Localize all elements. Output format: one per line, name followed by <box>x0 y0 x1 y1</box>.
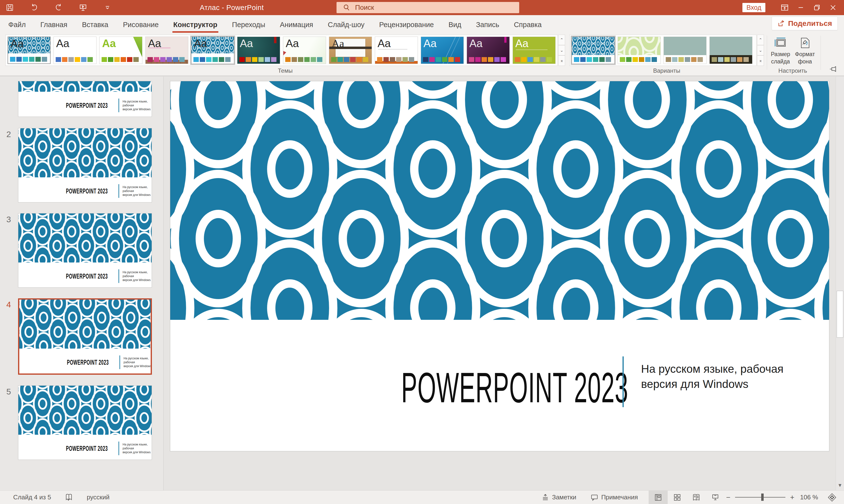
minimize-icon[interactable] <box>793 0 809 15</box>
slide-thumbnail-4[interactable]: POWERPOINT 2023На русском языке, рабочая… <box>18 298 152 375</box>
color-chip <box>593 57 598 62</box>
tab-Главная[interactable]: Главная <box>39 21 68 33</box>
slideshow-icon[interactable] <box>706 490 725 504</box>
scrollbar-thumb[interactable] <box>837 291 843 338</box>
thin-underline <box>516 50 548 50</box>
slide-subtitle-text[interactable]: На русском языке, рабочая версия для Win… <box>641 361 783 392</box>
slide-thumbnail-1[interactable]: POWERPOINT 2023На русском языке, рабочая… <box>18 81 152 117</box>
undo-icon[interactable] <box>30 3 39 12</box>
color-chip <box>173 57 178 62</box>
collapse-ribbon-pin-icon[interactable] <box>829 66 837 74</box>
theme-card-banded[interactable]: Aa <box>375 37 418 64</box>
tab-Запись[interactable]: Запись <box>475 21 500 33</box>
theme-card-lime[interactable]: Aa <box>513 37 555 64</box>
normal-view-icon[interactable] <box>649 490 668 504</box>
color-chip <box>743 57 749 62</box>
slide-size-button[interactable]: Размер слайда <box>769 36 792 68</box>
slide-thumbnail-2[interactable]: POWERPOINT 2023На русском языке, рабочая… <box>18 128 152 202</box>
themes-scroll-up-icon[interactable]: ⌃ <box>558 35 565 45</box>
slide-sorter-icon[interactable] <box>668 490 687 504</box>
theme-card-wisp[interactable]: Aa <box>283 37 326 64</box>
variants-more-icon[interactable]: ⌅ <box>757 55 764 66</box>
slide-thumbnail-5[interactable]: POWERPOINT 2023На русском языке, рабочая… <box>18 385 152 460</box>
atlas-pattern-band <box>19 300 152 348</box>
vertical-scrollbar[interactable]: ▼ <box>836 77 844 490</box>
color-chip <box>160 57 166 62</box>
search-icon <box>343 4 350 11</box>
thumbnail-title-row: POWERPOINT 2023На русском языке, рабочая… <box>18 182 152 200</box>
zoom-in-icon[interactable]: + <box>789 493 796 502</box>
start-slideshow-icon[interactable] <box>79 3 87 12</box>
theme-card-atlas[interactable]: Aa <box>191 37 234 64</box>
fit-slide-to-window-icon[interactable] <box>823 490 842 504</box>
redo-icon[interactable] <box>54 3 63 12</box>
thumbnail-title-row: POWERPOINT 2023На русском языке, рабочая… <box>18 97 152 114</box>
color-chip <box>338 57 343 62</box>
slide-thumbnail-panel: POWERPOINT 2023На русском языке, рабочая… <box>0 77 163 490</box>
slide-thumbnail-3[interactable]: POWERPOINT 2023На русском языке, рабочая… <box>18 213 152 288</box>
color-chip <box>29 57 34 62</box>
theme-color-chips <box>712 57 749 62</box>
color-chip <box>357 57 362 62</box>
tab-Переходы[interactable]: Переходы <box>231 21 266 33</box>
share-button[interactable]: Поделиться <box>772 17 838 30</box>
ribbon-tabs: ФайлГлавнаяВставкаРисованиеКонструкторПе… <box>7 21 542 33</box>
color-chip <box>547 57 552 62</box>
restore-icon[interactable] <box>809 0 825 15</box>
scroll-down-icon[interactable]: ▼ <box>836 480 844 490</box>
theme-card-facet[interactable]: Aa <box>99 37 142 64</box>
color-chip <box>35 57 41 62</box>
theme-card-office[interactable]: Aa <box>53 37 97 64</box>
color-chip <box>587 57 592 62</box>
format-background-button[interactable]: Формат фона <box>793 36 817 68</box>
tab-Вид[interactable]: Вид <box>448 21 462 33</box>
save-icon[interactable] <box>5 3 14 12</box>
notes-toggle[interactable]: Заметки <box>542 493 576 501</box>
variants-scroll-down-icon[interactable]: ⌄ <box>757 45 764 56</box>
variant-card-v-sage[interactable] <box>664 37 707 64</box>
color-chip <box>114 57 120 62</box>
tab-Анимация[interactable]: Анимация <box>279 21 314 33</box>
thumbnail-title-separator <box>118 98 119 112</box>
tab-Справка[interactable]: Справка <box>513 21 542 33</box>
theme-card-atlas[interactable]: Aa <box>7 37 51 64</box>
variant-card-v-sage-dark[interactable] <box>709 37 753 64</box>
tab-Рецензирование[interactable]: Рецензирование <box>378 21 435 33</box>
zoom-out-icon[interactable]: − <box>725 493 732 502</box>
customize-qat-chevron-icon[interactable] <box>103 3 112 12</box>
search-input[interactable]: Поиск <box>337 2 519 13</box>
comments-toggle[interactable]: Примечания <box>590 493 638 501</box>
variant-card-v-atlas[interactable] <box>572 37 615 64</box>
tab-Вставка[interactable]: Вставка <box>81 21 109 33</box>
themes-scroll-down-icon[interactable]: ⌄ <box>558 45 565 56</box>
tab-Файл[interactable]: Файл <box>7 21 27 33</box>
ribbon-display-options-icon[interactable] <box>777 0 793 15</box>
themes-more-icon[interactable]: ⌅ <box>558 55 565 66</box>
zoom-slider-handle[interactable] <box>761 493 764 501</box>
color-chip <box>265 57 270 62</box>
tab-Слайд-шоу[interactable]: Слайд-шоу <box>327 21 365 33</box>
variants-scroll-up-icon[interactable]: ⌃ <box>757 35 764 45</box>
theme-card-gallery[interactable]: Aa <box>145 37 188 64</box>
tab-Рисование[interactable]: Рисование <box>122 21 159 33</box>
color-chip <box>252 57 257 62</box>
language-indicator[interactable]: русский <box>87 493 109 501</box>
theme-card-organic[interactable]: Aa <box>329 37 372 64</box>
zoom-level[interactable]: 106 % <box>796 493 818 501</box>
variant-card-v-green[interactable] <box>618 37 660 64</box>
current-slide[interactable]: POWERPOINT 2023 На русском языке, рабоча… <box>170 81 829 451</box>
atlas-pattern-band <box>18 386 152 435</box>
sign-in-button[interactable]: Вход <box>742 3 765 12</box>
thumbnail-title-row: POWERPOINT 2023На русском языке, рабочая… <box>18 440 152 457</box>
zoom-slider[interactable] <box>735 497 786 498</box>
theme-card-ion[interactable]: Aa <box>237 37 280 64</box>
theme-aa-sample: Aa <box>332 37 344 50</box>
theme-card-mesh[interactable]: Aa <box>467 37 510 64</box>
atlas-pattern-band <box>18 214 152 263</box>
reading-view-icon[interactable] <box>687 490 706 504</box>
slide-title-text[interactable]: POWERPOINT 2023 <box>401 363 628 412</box>
theme-card-slice[interactable]: Aa <box>421 37 464 64</box>
tab-Конструктор[interactable]: Конструктор <box>172 21 219 33</box>
spell-check-icon[interactable] <box>65 493 72 501</box>
close-icon[interactable] <box>825 0 841 15</box>
